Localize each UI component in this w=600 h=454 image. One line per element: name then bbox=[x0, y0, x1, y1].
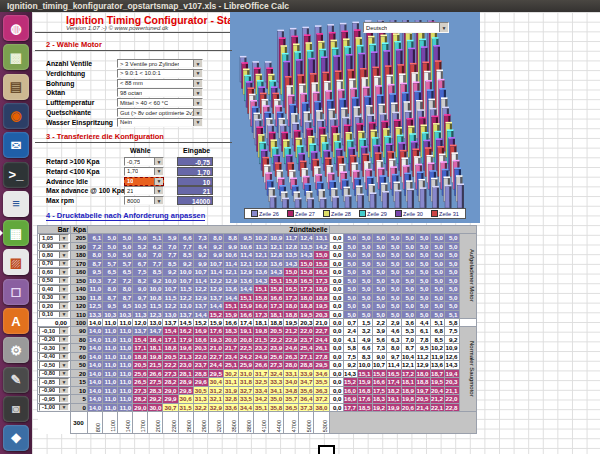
advance-cell: 5,0 bbox=[416, 276, 431, 285]
spreadsheet-area[interactable]: Ignition Timing Configurator - Startup m… bbox=[32, 12, 600, 454]
advance-cell: 5,0 bbox=[343, 234, 358, 243]
chevron-down-icon[interactable]: ▼ bbox=[193, 99, 202, 106]
chevron-down-icon[interactable]: ▼ bbox=[193, 119, 202, 126]
chevron-down-icon[interactable]: ▼ bbox=[59, 286, 68, 292]
legend-swatch-icon bbox=[287, 210, 294, 217]
waehle-dropdown[interactable]: 1,70▼ bbox=[124, 167, 164, 176]
bar-dropdown[interactable]: 1,05▼ bbox=[39, 234, 69, 242]
gimp-icon[interactable]: ✎ bbox=[3, 367, 29, 393]
bar-cell: 0,90▼ bbox=[38, 242, 71, 251]
screenshot-icon[interactable]: ◙ bbox=[3, 396, 29, 422]
system-settings-icon[interactable]: ⚙ bbox=[3, 337, 29, 363]
bar-dropdown[interactable]: 0,10▼ bbox=[39, 311, 69, 319]
bar-dropdown[interactable]: -0,90▼ bbox=[39, 387, 69, 395]
bar-dropdown[interactable]: -0,10▼ bbox=[39, 327, 69, 335]
waehle-dropdown[interactable]: 10▼ bbox=[124, 177, 164, 186]
bar-dropdown[interactable]: -0,30▼ bbox=[39, 344, 69, 352]
chevron-down-icon[interactable]: ▼ bbox=[59, 303, 68, 309]
bar-dropdown[interactable]: -0,95▼ bbox=[39, 395, 69, 403]
advance-cell: 14,0 bbox=[88, 327, 103, 336]
cell-selection-cursor[interactable] bbox=[318, 445, 335, 454]
motor-field-dropdown[interactable]: Nein▼ bbox=[117, 118, 203, 127]
chevron-down-icon[interactable]: ▼ bbox=[59, 405, 68, 411]
zero-cell: 0,0 bbox=[329, 319, 343, 327]
motor-field-dropdown[interactable]: < 88 mm▼ bbox=[117, 79, 203, 88]
advance-cell: 11,0 bbox=[118, 361, 133, 370]
bar-dropdown[interactable]: -0,40▼ bbox=[39, 353, 69, 361]
motor-field-dropdown[interactable]: Gut (> 8v oder optimierte 2v)▼ bbox=[117, 108, 203, 117]
bar-dropdown[interactable]: 0,40▼ bbox=[39, 285, 69, 293]
bar-dropdown[interactable]: -0,80▼ bbox=[39, 370, 69, 378]
waehle-dropdown[interactable]: -0,75▼ bbox=[124, 157, 164, 166]
bar-dropdown[interactable]: 0,30▼ bbox=[39, 294, 69, 302]
advance-cell: 10,0 bbox=[358, 361, 373, 370]
advance-cell: 9,0 bbox=[372, 352, 387, 361]
waehle-dropdown[interactable]: 21▼ bbox=[124, 186, 164, 195]
chevron-down-icon[interactable]: ▼ bbox=[154, 197, 163, 204]
chevron-down-icon[interactable]: ▼ bbox=[154, 168, 163, 175]
window-titlebar[interactable]: Ignition_timing_konfigurator_opstartsmap… bbox=[0, 0, 600, 12]
chevron-down-icon[interactable]: ▼ bbox=[193, 89, 202, 96]
chevron-down-icon[interactable]: ▼ bbox=[59, 345, 68, 351]
language-dropdown[interactable]: Deutsch ▼ bbox=[363, 22, 449, 33]
bar-dropdown[interactable]: 0,60▼ bbox=[39, 268, 69, 276]
chevron-down-icon[interactable]: ▼ bbox=[193, 70, 202, 77]
chevron-down-icon[interactable]: ▼ bbox=[59, 261, 68, 267]
workspace-icon[interactable]: ❖ bbox=[3, 425, 29, 451]
motor-field-dropdown[interactable]: > 3 Ventile pro Zylinder▼ bbox=[117, 59, 203, 68]
libreoffice-calc-icon[interactable]: ▦ bbox=[3, 220, 29, 246]
motor-field-dropdown[interactable]: > 9.0:1 < 10.0:1▼ bbox=[117, 69, 203, 78]
libreoffice-impress-icon[interactable]: ▨ bbox=[3, 249, 29, 275]
chevron-down-icon[interactable]: ▼ bbox=[59, 354, 68, 360]
firefox-icon[interactable]: ◉ bbox=[3, 103, 29, 129]
advance-cell: 17,9 bbox=[178, 335, 193, 344]
chevron-down-icon[interactable]: ▼ bbox=[59, 388, 68, 394]
chevron-down-icon[interactable]: ▼ bbox=[154, 187, 163, 194]
motor-field-dropdown[interactable]: 98 octan▼ bbox=[117, 88, 203, 97]
bar-dropdown[interactable]: -1,00▼ bbox=[39, 404, 69, 412]
advance-cell: 15,8 bbox=[254, 293, 269, 302]
chevron-down-icon[interactable]: ▼ bbox=[59, 278, 68, 284]
unity-launcher: ◍▩▤◉✉>_≡▦▨◻A⚙✎◙❖ bbox=[0, 12, 32, 454]
motor-field-dropdown[interactable]: Mittel > 40 < 60 °C▼ bbox=[117, 98, 203, 107]
chevron-down-icon[interactable]: ▼ bbox=[154, 178, 163, 185]
displays-icon[interactable]: ◻ bbox=[3, 279, 29, 305]
chevron-down-icon[interactable]: ▼ bbox=[59, 269, 68, 275]
chevron-down-icon[interactable]: ▼ bbox=[59, 337, 68, 343]
chevron-down-icon[interactable]: ▼ bbox=[59, 396, 68, 402]
chevron-down-icon[interactable]: ▼ bbox=[59, 252, 68, 258]
chevron-down-icon[interactable]: ▼ bbox=[193, 60, 202, 67]
chevron-down-icon[interactable]: ▼ bbox=[59, 235, 68, 241]
chevron-down-icon[interactable]: ▼ bbox=[59, 328, 68, 334]
software-center-icon[interactable]: A bbox=[3, 308, 29, 334]
terminal-icon[interactable]: >_ bbox=[3, 162, 29, 188]
thunderbird-icon[interactable]: ✉ bbox=[3, 132, 29, 158]
chevron-down-icon[interactable]: ▼ bbox=[59, 371, 68, 377]
chevron-down-icon[interactable]: ▼ bbox=[439, 23, 448, 32]
bar-dropdown[interactable]: 0,90▼ bbox=[39, 243, 69, 251]
chevron-down-icon[interactable]: ▼ bbox=[193, 80, 202, 87]
chevron-down-icon[interactable]: ▼ bbox=[154, 158, 163, 165]
desktop-icon[interactable]: ▩ bbox=[3, 44, 29, 70]
chevron-down-icon[interactable]: ▼ bbox=[59, 362, 68, 368]
bar-dropdown[interactable]: 0,20▼ bbox=[39, 302, 69, 310]
bar-dropdown[interactable]: 0,50▼ bbox=[39, 277, 69, 285]
bar-dropdown[interactable]: 0,80▼ bbox=[39, 251, 69, 259]
bar-dropdown[interactable]: -0,50▼ bbox=[39, 361, 69, 369]
bar-dropdown[interactable]: 0,70▼ bbox=[39, 260, 69, 268]
waehle-dropdown[interactable]: 8000▼ bbox=[124, 196, 164, 205]
bar-dropdown[interactable]: -0,20▼ bbox=[39, 336, 69, 344]
ubuntu-dash-icon[interactable]: ◍ bbox=[3, 15, 29, 41]
chevron-down-icon[interactable]: ▼ bbox=[59, 379, 68, 385]
advance-cell: 5,0 bbox=[343, 242, 358, 251]
advance-cell: 25,6 bbox=[269, 352, 284, 361]
chevron-down-icon[interactable]: ▼ bbox=[59, 295, 68, 301]
field-label: Retard <100 Kpa bbox=[46, 168, 99, 175]
libreoffice-writer-icon[interactable]: ≡ bbox=[3, 191, 29, 217]
chevron-down-icon[interactable]: ▼ bbox=[59, 312, 68, 318]
running-indicator bbox=[0, 229, 3, 237]
chevron-down-icon[interactable]: ▼ bbox=[59, 244, 68, 250]
bar-dropdown[interactable]: -0,85▼ bbox=[39, 378, 69, 386]
chevron-down-icon[interactable]: ▼ bbox=[193, 109, 202, 116]
file-manager-icon[interactable]: ▤ bbox=[3, 74, 29, 100]
